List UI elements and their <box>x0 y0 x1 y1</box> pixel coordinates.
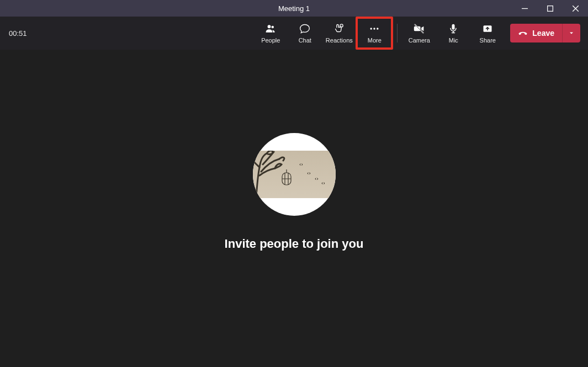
title-bar: Meeting 1 <box>0 0 588 17</box>
minimize-icon <box>522 6 528 12</box>
window-controls <box>512 0 588 17</box>
people-button[interactable]: People <box>253 19 288 47</box>
svg-point-9 <box>377 28 378 29</box>
chat-label: Chat <box>299 37 311 44</box>
more-icon <box>369 23 380 35</box>
people-icon <box>265 23 276 35</box>
avatar: ᪼ ᪼ ᪼ ᪼ <box>253 133 336 216</box>
camera-label: Camera <box>409 37 430 44</box>
leave-button[interactable]: Leave <box>510 24 562 42</box>
people-label: People <box>261 37 280 44</box>
hangup-icon <box>518 28 528 38</box>
share-icon <box>482 23 493 35</box>
camera-button[interactable]: Camera <box>402 19 436 47</box>
mic-label: Mic <box>449 37 458 44</box>
svg-point-8 <box>374 28 375 29</box>
minimize-button[interactable] <box>512 0 537 17</box>
chevron-down-icon <box>568 30 575 36</box>
share-button[interactable]: Share <box>470 19 505 47</box>
close-button[interactable] <box>563 0 588 17</box>
meeting-stage: ᪼ ᪼ ᪼ ᪼ Invite people to join you <box>0 50 588 367</box>
svg-point-4 <box>340 24 343 27</box>
reactions-icon <box>333 23 345 35</box>
maximize-icon <box>547 6 553 12</box>
svg-point-5 <box>341 25 342 26</box>
maximize-button[interactable] <box>537 0 563 17</box>
leave-options-button[interactable] <box>562 24 580 42</box>
meeting-toolbar: 00:51 People Chat Reactions More Camera <box>0 17 588 50</box>
svg-point-7 <box>370 28 372 29</box>
reactions-button[interactable]: Reactions <box>322 19 356 47</box>
leave-label: Leave <box>532 29 554 38</box>
svg-point-6 <box>342 25 342 26</box>
mic-button[interactable]: Mic <box>436 19 470 47</box>
camera-off-icon <box>414 23 425 35</box>
window-title: Meeting 1 <box>278 4 310 13</box>
toolbar-divider <box>397 24 398 42</box>
avatar-image: ᪼ ᪼ ᪼ ᪼ <box>253 151 336 198</box>
call-timer: 00:51 <box>9 29 27 38</box>
chat-button[interactable]: Chat <box>288 19 322 47</box>
more-label: More <box>368 37 382 44</box>
invite-heading: Invite people to join you <box>225 237 364 251</box>
svg-rect-1 <box>547 6 553 11</box>
chat-icon <box>299 23 310 35</box>
reactions-label: Reactions <box>326 37 353 44</box>
leave-button-group: Leave <box>510 24 580 42</box>
more-button[interactable]: More <box>357 19 391 47</box>
share-label: Share <box>480 37 496 44</box>
close-icon <box>573 6 579 12</box>
mic-icon <box>448 23 459 35</box>
